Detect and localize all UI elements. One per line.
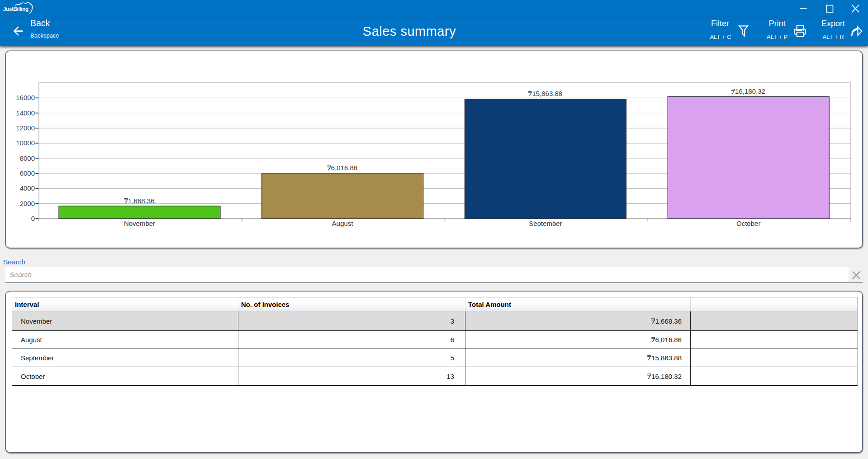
svg-text:6,016.86: 6,016.86	[331, 164, 357, 172]
svg-text:November: November	[124, 220, 155, 227]
svg-text:September: September	[529, 220, 562, 227]
svg-text:10000: 10000	[16, 139, 35, 147]
svg-text:16,180.32: 16,180.32	[735, 87, 765, 95]
svg-text:1,668.36: 1,668.36	[128, 197, 154, 205]
svg-text:2000: 2000	[20, 200, 35, 207]
svg-text:8000: 8000	[20, 154, 35, 162]
svg-text:14000: 14000	[16, 109, 35, 117]
svg-text:15,863.88: 15,863.88	[532, 90, 562, 97]
svg-text:12000: 12000	[16, 124, 35, 132]
svg-text:6000: 6000	[20, 169, 35, 177]
svg-text:0: 0	[31, 215, 35, 222]
svg-text:4000: 4000	[20, 184, 35, 192]
svg-text:October: October	[736, 220, 760, 227]
svg-text:16000: 16000	[16, 94, 35, 101]
svg-text:August: August	[332, 220, 354, 227]
